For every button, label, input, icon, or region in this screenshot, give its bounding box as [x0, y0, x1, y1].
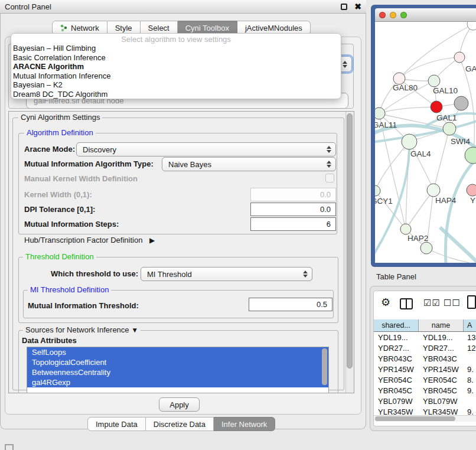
table-hscrollbar-thumb[interactable]: [375, 416, 455, 421]
mi-type-label: Mutual Information Algorithm Type:: [24, 159, 154, 168]
mi-steps-field[interactable]: 6: [250, 217, 336, 231]
network-node-hap4[interactable]: [427, 184, 440, 197]
network-node-gal4[interactable]: [402, 134, 417, 149]
data-attributes-list: SelfLoopsTopologicalCoefficientBetweenne…: [27, 347, 329, 393]
deselect-all-checkboxes-icon[interactable]: ☐☐: [444, 298, 461, 308]
network-node-gal1[interactable]: [431, 101, 442, 113]
table-cell[interactable]: YLR345W: [419, 407, 464, 416]
kernel-width-field[interactable]: 0.0: [250, 188, 336, 201]
aracne-mode-combo[interactable]: Discovery: [76, 142, 336, 156]
algorithm-option-aracne-algorithm[interactable]: ARACNE Algorithm: [11, 62, 341, 71]
minimize-traffic-light-icon[interactable]: [390, 12, 396, 18]
table-cell[interactable]: YDR27...: [419, 344, 464, 353]
network-node-y[interactable]: [467, 184, 476, 196]
algorithm-option-mutual-information-inference[interactable]: Mutual Information Inference: [11, 71, 341, 81]
network-node-gcy1[interactable]: [375, 185, 380, 196]
algorithm-option-basic-correlation-inference[interactable]: Basic Correlation Inference: [11, 53, 341, 63]
table-cell[interactable]: YBL079W: [374, 397, 419, 406]
table-cell[interactable]: YPR145W: [419, 365, 464, 374]
manual-kernel-checkbox[interactable]: [325, 174, 334, 182]
network-node-gal11[interactable]: [375, 107, 385, 119]
settings-scrollbar-track[interactable]: [345, 112, 354, 393]
table-cell[interactable]: YER054C: [419, 376, 464, 384]
table-row[interactable]: YDR27...YDR27...12: [374, 343, 476, 353]
table-row[interactable]: YER054CYER054C8.: [374, 374, 476, 385]
table-cell[interactable]: YER054C: [374, 376, 419, 384]
table-cell[interactable]: YDL19...: [419, 333, 464, 342]
table-row[interactable]: YLR345WYLR345W9.: [374, 406, 476, 415]
table-cell[interactable]: YPR145W: [374, 365, 419, 374]
table-cell[interactable]: YLR345W: [374, 407, 419, 416]
table-cell[interactable]: 9.: [464, 407, 476, 416]
column-visibility-icon[interactable]: [400, 298, 413, 309]
network-node-gal80[interactable]: [393, 73, 405, 84]
sources-collapse-icon[interactable]: ▼: [131, 326, 138, 334]
table-cell[interactable]: YDR27...: [374, 344, 419, 353]
network-node-label: GAL1: [436, 113, 457, 122]
network-node[interactable]: [420, 242, 432, 254]
algorithm-dropdown-popup: Select algorithm to view settings Bayesi…: [11, 33, 341, 99]
network-node-label: HAP4: [435, 196, 457, 205]
dpi-tolerance-field[interactable]: 0.0: [250, 203, 336, 216]
tab-discretize-data[interactable]: Discretize Data: [146, 417, 214, 431]
attribute-item-gal4rgexp[interactable]: gal4RGexp: [27, 377, 328, 387]
export-table-icon[interactable]: [467, 295, 476, 309]
network-node-label: HAP2: [407, 234, 428, 243]
attribute-item-betweennesscentrality[interactable]: BetweennessCentrality: [27, 367, 328, 377]
hub-definition-disclosure[interactable]: Hub/Transcription Factor Definition ▶: [24, 236, 155, 244]
sources-disclosure[interactable]: Sources for Network Inference ▼: [23, 326, 141, 334]
table-cell[interactable]: YBR045C: [419, 386, 464, 395]
column-header-name[interactable]: name: [419, 319, 464, 331]
table-cell[interactable]: 12: [464, 344, 476, 353]
table-cell[interactable]: YBR045C: [374, 386, 419, 395]
table-cell[interactable]: 8.: [464, 376, 476, 384]
column-header-a[interactable]: A: [464, 319, 476, 331]
table-row[interactable]: YBR045CYBR045C9.: [374, 385, 476, 396]
float-window-icon[interactable]: [341, 4, 347, 10]
algorithm-option-bayesian-hill-climbing[interactable]: Bayesian – Hill Climbing: [11, 44, 341, 53]
apply-button[interactable]: Apply: [159, 397, 200, 412]
table-row[interactable]: YPR145WYPR145W9.: [374, 364, 476, 374]
table-cell[interactable]: YBR043C: [419, 354, 464, 363]
table-cell[interactable]: 9.: [464, 386, 476, 395]
settings-scrollbar-thumb[interactable]: [347, 113, 353, 369]
attribute-item-selfloops[interactable]: SelfLoops: [27, 347, 328, 357]
list-scrollbar-thumb[interactable]: [322, 348, 327, 385]
algorithm-option-bayesian-k2[interactable]: Bayesian – K2: [11, 80, 341, 90]
table-row[interactable]: YBL079WYBL079W: [374, 396, 476, 406]
table-cell[interactable]: YDL19...: [374, 333, 419, 342]
algorithm-option-dream8-dc-tdc-algorithm[interactable]: Dream8 DC_TDC Algorithm: [11, 90, 341, 99]
table-hscrollbar-track[interactable]: [374, 415, 476, 422]
tab-infer-network[interactable]: Infer Network: [214, 417, 275, 431]
hub-expand-icon[interactable]: ▶: [149, 236, 155, 244]
column-header-shared[interactable]: shared...: [374, 319, 419, 331]
zoom-traffic-light-icon[interactable]: [400, 12, 407, 18]
network-node[interactable]: [467, 22, 476, 30]
tab-impute-data[interactable]: Impute Data: [87, 417, 146, 431]
mi-threshold-field[interactable]: 0.5: [249, 298, 332, 311]
table-settings-gear-icon[interactable]: ⚙: [381, 296, 390, 309]
table-row[interactable]: YDL19...YDL19...13: [374, 332, 476, 343]
network-canvas[interactable]: GALGAL80GAL10GAL1GAL11SWI4GAL4GCY1HAP4YH…: [375, 22, 476, 263]
network-node[interactable]: [465, 147, 476, 164]
network-view[interactable]: GALGAL80GAL10GAL1GAL11SWI4GAL4GCY1HAP4YH…: [375, 22, 476, 263]
network-window-titlebar[interactable]: [375, 8, 476, 22]
table-cell[interactable]: 9.: [464, 365, 476, 374]
close-traffic-light-icon[interactable]: [379, 12, 386, 18]
mi-algorithm-type-combo[interactable]: Naive Bayes: [162, 157, 336, 171]
which-threshold-combo[interactable]: MI Threshold: [141, 267, 312, 281]
close-icon[interactable]: ✖: [354, 4, 361, 10]
select-all-checkboxes-icon[interactable]: ☑☑: [423, 298, 441, 308]
table-row[interactable]: YBR043CYBR043C: [374, 353, 476, 364]
network-node-swi4[interactable]: [443, 122, 456, 135]
table-cell[interactable]: YBR043C: [374, 354, 419, 363]
network-node-gal10[interactable]: [428, 75, 440, 87]
table-cell[interactable]: YBL079W: [419, 397, 464, 406]
network-node-hap2[interactable]: [400, 224, 411, 234]
network-node-gal[interactable]: [454, 52, 465, 63]
cyni-settings-scrollpane: Cyni Algorithm Settings Algorithm Defini…: [8, 111, 354, 393]
attribute-item-topologicalcoefficient[interactable]: TopologicalCoefficient: [27, 357, 328, 367]
table-cell[interactable]: 13: [464, 333, 476, 342]
network-node[interactable]: [454, 96, 468, 110]
algorithm-definition-title: Algorithm Definition: [24, 129, 96, 137]
